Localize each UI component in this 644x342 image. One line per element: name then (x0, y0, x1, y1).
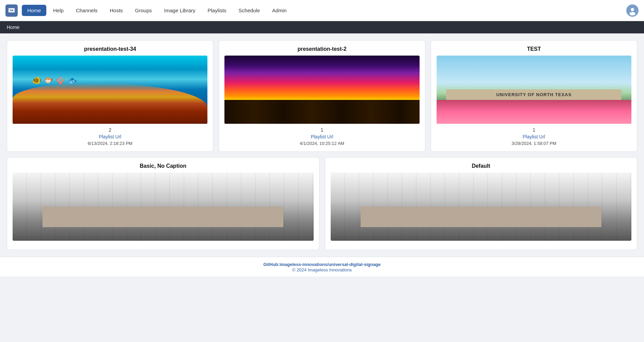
svg-rect-37 (430, 196, 440, 203)
svg-rect-43 (488, 212, 508, 225)
svg-point-1 (10, 9, 11, 10)
city-image (224, 56, 419, 124)
svg-rect-20 (163, 210, 190, 229)
nav-admin[interactable]: Admin (267, 5, 292, 16)
svg-point-46 (447, 227, 460, 233)
svg-rect-17 (187, 196, 197, 203)
user-avatar[interactable] (626, 4, 639, 17)
card-grid-row1: presentation-test-34 2 Playlist Url 6/13… (7, 40, 637, 152)
card-count-1: 2 (109, 127, 111, 133)
svg-rect-22 (204, 210, 228, 229)
svg-rect-18 (122, 210, 150, 229)
nav-playlists[interactable]: Playlists (202, 5, 232, 16)
nav-home[interactable]: Home (22, 5, 46, 16)
svg-rect-9 (132, 176, 160, 196)
svg-rect-28 (413, 220, 549, 241)
svg-rect-30 (416, 176, 443, 196)
svg-point-3 (631, 8, 634, 11)
svg-rect-34 (460, 203, 491, 207)
svg-rect-21 (170, 212, 190, 225)
card-count-2: 1 (321, 127, 324, 133)
nav-help[interactable]: Help (48, 5, 69, 16)
svg-rect-11 (105, 203, 136, 207)
svg-point-47 (488, 227, 501, 233)
nav-schedule[interactable]: Schedule (233, 5, 266, 16)
svg-rect-8 (98, 176, 126, 196)
nav-hosts[interactable]: Hosts (104, 5, 128, 16)
svg-rect-13 (180, 203, 211, 207)
card-date-3: 3/29/2024, 1:58:07 PM (512, 141, 556, 146)
svg-point-25 (170, 227, 184, 233)
card-playlist-url-1[interactable]: Playlist Url (99, 134, 121, 139)
card-playlist-url-3[interactable]: Playlist Url (523, 134, 545, 139)
svg-rect-27 (413, 173, 549, 241)
svg-rect-45 (527, 212, 546, 225)
nav-image-library[interactable]: Image Library (159, 5, 201, 16)
svg-rect-31 (450, 176, 477, 196)
card-presentation-test-34[interactable]: presentation-test-34 2 Playlist Url 6/13… (7, 40, 213, 152)
svg-rect-38 (467, 196, 477, 203)
footer: GitHub:imageless-innovations/universal-d… (0, 257, 644, 277)
coral-image (13, 56, 207, 124)
svg-rect-41 (447, 212, 467, 225)
svg-rect-44 (522, 210, 546, 229)
card-title-2: presentation-test-2 (297, 46, 346, 52)
card-count-3: 1 (533, 127, 535, 133)
card-presentation-test-2[interactable]: presentation-test-2 1 Playlist Url 4/1/2… (219, 40, 425, 152)
card-title-1: presentation-test-34 (84, 46, 136, 52)
svg-point-26 (209, 227, 223, 233)
svg-rect-39 (505, 196, 515, 203)
svg-rect-5 (95, 173, 231, 241)
card-title-4: Basic, No Caption (140, 163, 186, 169)
svg-rect-12 (143, 203, 173, 207)
svg-rect-0 (9, 8, 15, 12)
card-title-3: TEST (527, 46, 541, 52)
svg-rect-32 (518, 176, 546, 196)
svg-rect-23 (209, 212, 228, 225)
card-title-5: Default (472, 163, 490, 169)
breadcrumb-text: Home (7, 25, 19, 30)
svg-rect-7 (95, 173, 231, 222)
navbar: Home Help Channels Hosts Groups Image Li… (0, 0, 644, 21)
breadcrumb: Home (0, 21, 644, 33)
card-default[interactable]: Default (325, 157, 638, 250)
nav-channels[interactable]: Channels (70, 5, 103, 16)
card-grid-row2: Basic, No Caption (7, 157, 637, 250)
svg-rect-19 (129, 212, 150, 225)
footer-copyright: © 2024 Imageless Innovations (4, 267, 640, 272)
svg-rect-42 (481, 210, 508, 229)
lab-image-2 (331, 173, 632, 241)
svg-point-24 (129, 227, 143, 233)
card-image-3 (437, 56, 631, 124)
svg-rect-40 (440, 210, 467, 229)
footer-github-label: GitHub: (263, 262, 280, 267)
lab-image-1 (13, 173, 314, 241)
card-date-1: 6/13/2024, 2:18:23 PM (88, 141, 132, 146)
card-playlist-url-2[interactable]: Playlist Url (311, 134, 333, 139)
card-image-4 (13, 173, 314, 241)
card-image-2 (224, 56, 419, 124)
card-image-5 (331, 173, 632, 241)
svg-rect-36 (535, 203, 546, 207)
svg-rect-10 (201, 176, 228, 196)
svg-point-48 (527, 227, 540, 233)
svg-rect-16 (150, 196, 160, 203)
svg-rect-14 (218, 203, 228, 207)
unt-image (437, 56, 631, 124)
svg-rect-29 (413, 173, 549, 222)
svg-rect-6 (95, 220, 231, 241)
nav-groups[interactable]: Groups (130, 5, 157, 16)
svg-rect-35 (498, 203, 529, 207)
footer-github-repo[interactable]: imageless-innovations/universal-digital-… (280, 262, 381, 267)
card-test[interactable]: TEST 1 Playlist Url 3/29/2024, 1:58:07 P… (431, 40, 637, 152)
app-logo[interactable] (5, 4, 18, 17)
card-basic-no-caption[interactable]: Basic, No Caption (7, 157, 319, 250)
card-image-1 (13, 56, 207, 124)
svg-rect-15 (112, 196, 122, 203)
svg-rect-33 (423, 203, 454, 207)
card-date-2: 4/1/2024, 10:25:12 AM (300, 141, 344, 146)
